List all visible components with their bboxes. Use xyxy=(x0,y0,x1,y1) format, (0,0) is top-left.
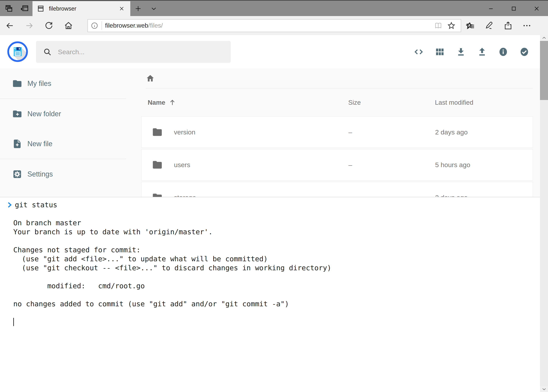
favorites-hub-icon[interactable] xyxy=(461,16,480,35)
url-path: /files/ xyxy=(148,22,163,29)
set-tabs-aside-icon[interactable] xyxy=(20,4,29,13)
more-options-icon[interactable] xyxy=(518,16,536,35)
file-modified: 2 days ago xyxy=(435,128,533,136)
info-icon[interactable] xyxy=(498,46,509,57)
app-header xyxy=(0,35,540,69)
close-window-icon[interactable] xyxy=(525,1,548,16)
terminal-caret xyxy=(13,318,14,326)
terminal-command-line: git status xyxy=(7,200,540,210)
share-icon[interactable] xyxy=(499,16,518,35)
new-folder-icon xyxy=(12,109,22,119)
breadcrumb xyxy=(126,69,540,88)
code-view-icon[interactable] xyxy=(413,46,424,57)
refresh-icon[interactable] xyxy=(39,16,59,35)
search-icon xyxy=(43,48,52,56)
filebrowser-logo-icon[interactable] xyxy=(7,41,28,62)
list-header: Name Size Last modified xyxy=(141,88,533,116)
annotate-pen-icon[interactable] xyxy=(480,16,499,35)
file-name: version xyxy=(174,128,348,136)
address-bar[interactable]: filebrowser.web/files/ xyxy=(87,19,461,32)
sidebar-item-label: New folder xyxy=(28,110,61,118)
scroll-up-icon[interactable] xyxy=(540,35,548,41)
tab-close-icon[interactable] xyxy=(117,4,126,13)
file-row-users[interactable]: users – 5 hours ago xyxy=(141,149,533,181)
prompt-chevron-icon xyxy=(7,202,12,208)
sidebar-item-label: My files xyxy=(28,79,51,88)
address-bar-separator xyxy=(102,21,102,30)
minimize-icon[interactable] xyxy=(479,1,502,16)
folder-icon xyxy=(12,78,22,89)
sidebar-item-my-files[interactable]: My files xyxy=(0,69,126,98)
file-size: – xyxy=(348,128,435,136)
reading-view-icon[interactable] xyxy=(434,21,442,30)
file-modified: 5 hours ago xyxy=(435,161,533,169)
terminal-panel[interactable]: git status On branch master Your branch … xyxy=(0,197,540,392)
sidebar-item-new-folder[interactable]: New folder xyxy=(0,99,126,129)
new-file-icon xyxy=(12,139,22,149)
site-info-icon[interactable] xyxy=(90,22,98,29)
back-icon[interactable] xyxy=(0,16,20,35)
column-header-size[interactable]: Size xyxy=(348,99,435,106)
forward-icon[interactable] xyxy=(20,16,39,35)
sidebar-item-new-file[interactable]: New file xyxy=(0,129,126,159)
folder-icon xyxy=(152,127,174,137)
folder-icon xyxy=(152,160,174,169)
search-bar[interactable] xyxy=(36,41,231,63)
select-check-icon[interactable] xyxy=(519,46,530,57)
column-label: Name xyxy=(148,99,165,106)
browser-window: filebrowser xyxy=(0,0,548,392)
sidebar-item-settings[interactable]: Settings xyxy=(0,159,126,189)
header-actions xyxy=(413,35,530,69)
add-favorite-star-icon[interactable] xyxy=(447,21,456,30)
home-breadcrumb-icon[interactable] xyxy=(146,74,155,83)
browser-toolbar: filebrowser.web/files/ xyxy=(0,16,548,35)
browser-tab-filebrowser[interactable]: filebrowser xyxy=(33,1,130,16)
column-header-name[interactable]: Name xyxy=(148,99,348,106)
tab-preview-icon[interactable] xyxy=(4,4,13,13)
scroll-down-icon[interactable] xyxy=(540,386,548,392)
grid-view-icon[interactable] xyxy=(434,46,445,57)
download-icon[interactable] xyxy=(456,46,466,57)
gear-icon xyxy=(12,169,22,179)
file-name: users xyxy=(174,161,348,169)
url-host: filebrowser.web xyxy=(105,22,148,29)
window-controls xyxy=(479,1,548,16)
maximize-icon[interactable] xyxy=(502,1,525,16)
terminal-command: git status xyxy=(15,200,57,210)
tab-bar: filebrowser xyxy=(0,0,548,16)
scrollbar-thumb[interactable] xyxy=(540,41,548,100)
tab-dropdown-icon[interactable] xyxy=(149,1,159,16)
sort-ascending-icon xyxy=(168,99,176,106)
search-input[interactable] xyxy=(57,48,231,56)
column-header-modified[interactable]: Last modified xyxy=(435,99,533,106)
file-size: – xyxy=(348,161,435,169)
url-text[interactable]: filebrowser.web/files/ xyxy=(105,22,434,29)
home-icon[interactable] xyxy=(59,16,78,35)
sidebar-item-label: Settings xyxy=(28,170,53,178)
upload-icon[interactable] xyxy=(477,46,487,57)
file-row-version[interactable]: version – 2 days ago xyxy=(141,116,533,148)
sidebar-item-label: New file xyxy=(28,140,52,148)
tab-bar-actions xyxy=(4,1,29,16)
tab-title: filebrowser xyxy=(49,6,117,12)
page-icon xyxy=(37,5,45,13)
new-tab-icon[interactable] xyxy=(133,1,143,16)
terminal-output: On branch master Your branch is up to da… xyxy=(13,218,540,308)
vertical-scrollbar[interactable] xyxy=(540,35,548,392)
sidebar: My files New folder xyxy=(0,69,126,189)
